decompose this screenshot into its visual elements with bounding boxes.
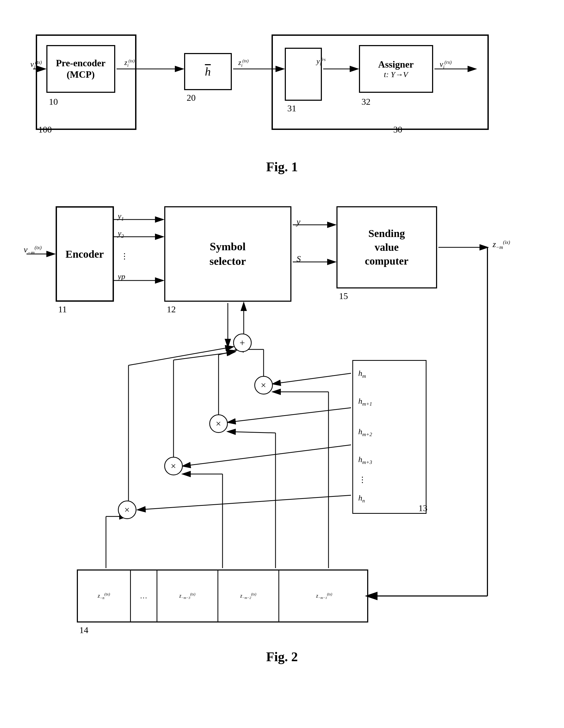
fig2-dots-label: ⋮	[121, 251, 129, 261]
fig1-label-100: 100	[38, 125, 52, 135]
fig2-hm: hm	[358, 369, 366, 379]
fig1-hbar-box: h	[184, 53, 232, 90]
fig2-output-var: z−m(ix)	[493, 239, 510, 250]
fig1-z1-var: zi(tx)	[125, 58, 135, 68]
fig1-assigner-box: Assigner t: Y→V	[359, 45, 433, 93]
fig1-preencoder-label: Pre-encoder (MCP)	[56, 58, 105, 80]
fig2-label-13: 13	[418, 503, 427, 513]
fig2-yp-label: yp	[118, 272, 125, 281]
fig2-mem-cell-zm1: z−m−1(tx)	[279, 571, 369, 621]
fig2-y-out-label: y	[297, 217, 300, 227]
svg-line-20	[228, 408, 351, 422]
fig1-caption: Fig. 1	[30, 159, 534, 174]
fig2-multiply-1: ×	[254, 376, 273, 394]
fig2-label-11: 11	[58, 304, 67, 314]
fig2-mem-cell-zm3: z−m−3(tx)	[157, 571, 218, 621]
fig2-hm1: hm+1	[358, 397, 372, 407]
fig2-hm2: hm+2	[358, 427, 372, 437]
fig2-plus-circle: +	[233, 334, 252, 352]
fig2-sending-computer-box: Sending value computer	[336, 206, 437, 288]
fig2-hm3: hm+3	[358, 455, 372, 465]
fig2-memory-box: z−n(tx) … z−m−3(tx) z−m−2(tx) z−m−1(tx)	[77, 569, 368, 622]
fig1-preencoder-box: Pre-encoder (MCP)	[46, 45, 115, 93]
fig2-label-15: 15	[339, 291, 348, 301]
fig1-block31	[285, 48, 322, 101]
fig1-z2-var: zi(tx)	[239, 58, 249, 68]
fig2-input-var: v−m(tx)	[24, 245, 42, 256]
fig1-label-32: 32	[361, 97, 370, 107]
fig2-label-12: 12	[167, 304, 176, 314]
fig2-multiply-4: ×	[118, 501, 137, 519]
fig2-s-out-label: S	[297, 254, 301, 264]
fig2-y2-label: y2	[118, 229, 124, 239]
fig2-symbol-selector-box: Symbol selector	[164, 206, 291, 302]
fig1-assigner-label: Assigner	[378, 59, 414, 70]
svg-line-22	[138, 495, 351, 510]
svg-line-34	[219, 351, 236, 355]
svg-line-21	[183, 445, 351, 466]
fig2-encoder-box: Encoder	[56, 206, 114, 302]
fig2-mem-cell-zn: z−n(tx)	[78, 571, 131, 621]
svg-line-26	[228, 432, 276, 433]
svg-line-38	[129, 347, 233, 365]
fig1-output-var: vi(rx)	[440, 60, 452, 70]
fig2-symbol-label: Symbol selector	[210, 239, 246, 268]
fig1-label-10: 10	[49, 97, 58, 107]
fig1-y-var: yifrs	[316, 57, 326, 67]
fig1-label-30: 30	[393, 125, 402, 135]
fig2-y1-label: y1	[118, 212, 124, 222]
fig1-diagram: vi(tx) Pre-encoder (MCP) 10 100 zi(tx) h…	[30, 27, 534, 154]
fig1-assigner-sub: t: Y→V	[384, 70, 408, 79]
svg-line-19	[273, 373, 351, 384]
fig2-label-14: 14	[80, 625, 89, 635]
fig2-sending-label: Sending value computer	[365, 227, 408, 268]
fig2-mem-cell-zm2: z−m−2(tx)	[218, 571, 279, 621]
fig1-label-20: 20	[187, 93, 196, 103]
fig2-multiply-2: ×	[209, 414, 228, 433]
fig2-diagram: v−m(tx) Encoder 11 y1 y2 ⋮ yp Symbol sel…	[24, 190, 540, 641]
fig1-label-31: 31	[287, 103, 296, 113]
fig2-hn: hn	[358, 493, 365, 504]
fig2-multiply-3: ×	[164, 457, 183, 475]
fig2-caption: Fig. 2	[24, 649, 540, 664]
svg-line-36	[174, 352, 235, 360]
fig2-h-box: hm hm+1 hm+2 hm+3 ⋮ hn	[352, 360, 426, 514]
fig2-dots2: ⋮	[358, 475, 366, 484]
fig2-encoder-label: Encoder	[65, 248, 104, 260]
fig2-mem-dots: …	[131, 571, 157, 621]
